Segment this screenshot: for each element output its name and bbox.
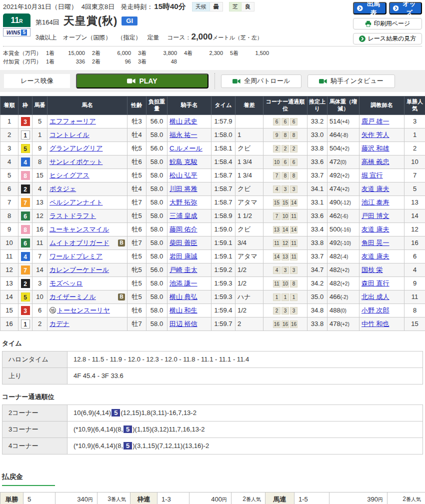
jockey-name-link[interactable]: 三浦 皇成 — [170, 212, 198, 220]
results-column-header: 馬名 — [48, 96, 128, 115]
trainer-name-link[interactable]: 友道 康夫 — [362, 226, 390, 233]
jockey-cell: 横山 和生 — [168, 304, 212, 317]
corner-positions: 1066 — [264, 155, 308, 168]
horse-name-link[interactable]: サンレイポケット — [50, 158, 102, 166]
jockey-name-link[interactable]: 戸崎 圭太 — [170, 266, 198, 274]
prize-value: 96 — [105, 58, 131, 66]
horse-number: 4 — [32, 182, 48, 196]
patrol-video-button[interactable]: 全周パトロール — [221, 74, 302, 88]
frame-cell: 1 — [18, 128, 32, 142]
result-guide-button[interactable]: レース結果の見方 — [353, 33, 422, 44]
horse-number: 10 — [32, 290, 48, 304]
horse-name-link[interactable]: グランアレグリア — [50, 144, 102, 152]
horse-name-link[interactable]: カイザーミノル — [50, 293, 96, 300]
jockey-name-link[interactable]: 松山 弘平 — [170, 172, 198, 179]
jockey-name-link[interactable]: 横山 武史 — [170, 118, 198, 125]
jockey-name-link[interactable]: 川田 将雅 — [170, 185, 198, 192]
trainer-cell: 矢作 芳人 — [360, 128, 404, 142]
trainer-name-link[interactable]: 鹿戸 雄一 — [362, 118, 390, 125]
jockey-name-link[interactable]: 藤岡 佑介 — [170, 226, 198, 233]
trainer-name-link[interactable]: 矢作 芳人 — [362, 131, 390, 138]
horse-name-link[interactable]: ムイトオブリガード — [50, 239, 109, 246]
win-popularity: 9 — [404, 276, 425, 290]
trainer-name-link[interactable]: 友道 康夫 — [362, 185, 390, 192]
odds-button[interactable]: オッズ — [389, 2, 422, 14]
finish-position: 6 — [0, 182, 18, 196]
horse-name-link[interactable]: トーセンスーリヤ — [57, 306, 110, 314]
body-weight: 504(+2) — [328, 142, 360, 155]
trainer-name-link[interactable]: 戸田 博文 — [362, 212, 390, 220]
jockey-name-link[interactable]: 池添 謙一 — [170, 280, 198, 287]
frame-number-badge: 2 — [21, 279, 30, 288]
horse-name-link[interactable]: ラストドラフト — [50, 212, 96, 220]
horse-name-link[interactable]: ヒシイグアス — [50, 172, 90, 179]
corner-position-chip: 8 — [290, 280, 298, 288]
jockey-name-link[interactable]: 大野 拓弥 — [170, 198, 198, 206]
finish-time: 1:58.7 — [212, 182, 236, 196]
trainer-name-link[interactable]: 堀 宣行 — [362, 172, 383, 179]
print-page-button[interactable]: 印刷用ページ — [353, 18, 422, 30]
payout-combination: 1-3 — [158, 492, 190, 504]
corner-position-chip: 14 — [282, 226, 289, 234]
margin: ハナ — [236, 290, 264, 304]
body-weight: 478(+2) — [328, 317, 360, 330]
result-row: 16 1 2 カデナ 牡7 58.0 田辺 裕信 1:59.7 2 161616… — [0, 317, 425, 330]
video-camera-icon — [319, 78, 327, 84]
trainer-name-link[interactable]: 藤沢 和雄 — [362, 144, 390, 152]
horse-name-link[interactable]: エフフォーリア — [50, 118, 96, 125]
jockey-name-link[interactable]: 福永 祐一 — [170, 131, 198, 138]
corner-position-chip: 8 — [282, 172, 289, 180]
corner-position-chip: 2 — [282, 145, 289, 152]
jockey-name-link[interactable]: 横山 和生 — [170, 306, 198, 314]
jockey-name-link[interactable]: 岩田 康誠 — [170, 252, 198, 260]
video-strip: レース映像 PLAY 全周パトロール 騎手インタビュー — [0, 70, 425, 92]
jockey-name-link[interactable]: 田辺 裕信 — [170, 320, 198, 328]
jockey-name-link[interactable]: 横山 典弘 — [170, 293, 198, 300]
jockey-name-link[interactable]: 柴田 善臣 — [170, 239, 198, 246]
horse-name-cell: エフフォーリア — [48, 114, 128, 128]
sex-age: 牡4 — [128, 128, 146, 142]
trainer-name-link[interactable]: 角田 晃一 — [362, 239, 390, 246]
jockey-name-link[interactable]: 鮫島 克駿 — [170, 158, 198, 166]
corner-positions: 111211 — [264, 236, 308, 250]
horse-name-link[interactable]: カレンブーケドール — [50, 266, 109, 274]
jockey-interview-button[interactable]: 騎手インタビュー — [308, 74, 395, 88]
trainer-name-link[interactable]: 友道 康夫 — [362, 252, 390, 260]
trainer-name-link[interactable]: 池江 泰寿 — [362, 198, 390, 206]
prize-rank: 5着 — [230, 49, 243, 58]
last-3f: 33.8 — [308, 317, 328, 330]
horse-name-link[interactable]: カデナ — [50, 320, 70, 328]
horse-name-link[interactable]: ワールドプレミア — [50, 252, 102, 260]
trainer-cell: 友道 康夫 — [360, 250, 404, 263]
horse-name-link[interactable]: モズベッロ — [50, 280, 83, 287]
trainer-name-link[interactable]: 森田 直行 — [362, 280, 390, 287]
trainer-name-link[interactable]: 北出 成人 — [362, 293, 390, 300]
trainer-name-link[interactable]: 中竹 和也 — [362, 320, 390, 328]
corner-position-chip: 3 — [290, 266, 298, 274]
corner-position-chip: 7 — [273, 212, 280, 220]
corner-positions: 111 — [264, 290, 308, 304]
last-3f: 33.6 — [308, 155, 328, 168]
win5-logo: WIN55 — [3, 28, 30, 36]
entry-table-button[interactable]: 出馬表 — [353, 2, 386, 14]
trainer-name-link[interactable]: 高橋 義忠 — [362, 158, 390, 166]
play-button[interactable]: PLAY — [76, 74, 208, 88]
finish-position: 2 — [0, 128, 18, 142]
corner-table: 2コーナー10(6,9)(4,14)5(12,15)1,8(3,11)-16,7… — [2, 404, 423, 454]
horse-name-link[interactable]: ペルシアンナイト — [50, 198, 102, 206]
horse-name-link[interactable]: ポタジェ — [50, 185, 76, 192]
results-column-header: 推定上り — [308, 96, 328, 115]
horse-name-link[interactable]: コントレイル — [50, 131, 90, 138]
horse-name-link[interactable]: ユーキャンスマイル — [50, 226, 109, 233]
finish-position: 11 — [0, 250, 18, 263]
trainer-name-link[interactable]: 国枝 栄 — [362, 266, 383, 274]
trainer-name-link[interactable]: 小野 次郎 — [362, 306, 390, 314]
jockey-name-link[interactable]: C.ルメール — [170, 144, 202, 152]
results-column-header: 着順 — [0, 96, 18, 115]
result-guide-label: レース結果の見方 — [368, 34, 416, 43]
finish-time: 1:59.0 — [212, 222, 236, 236]
race-title-block: 第164回 天皇賞(秋) GI 3歳以上 オープン（国際） （指定） 定量 コー… — [36, 14, 262, 42]
trainer-cell: 小野 次郎 — [360, 304, 404, 317]
corner-position-chip: 8 — [282, 132, 289, 139]
prize-value: 336 — [59, 58, 85, 66]
